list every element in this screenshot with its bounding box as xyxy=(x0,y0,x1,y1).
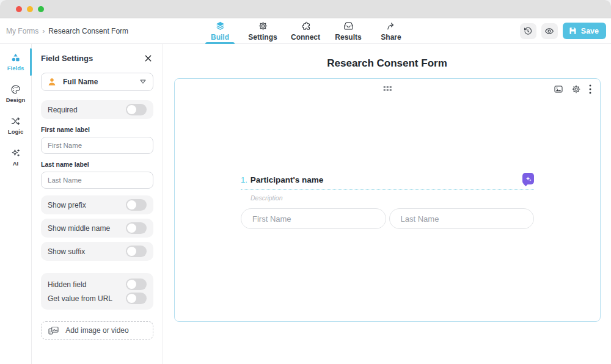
close-window-button[interactable] xyxy=(16,6,22,12)
required-toggle[interactable] xyxy=(126,104,147,115)
breadcrumb-separator: › xyxy=(42,27,45,35)
show-middle-name-toggle[interactable] xyxy=(126,222,147,234)
rail-item-label: Fields xyxy=(7,65,24,71)
first-name-label-caption: First name label xyxy=(41,126,153,133)
history-icon xyxy=(523,26,533,36)
tab-label: Connect xyxy=(291,33,320,42)
breadcrumb-current-form: Research Consent Form xyxy=(48,27,128,35)
image-video-icon xyxy=(48,325,59,337)
close-icon xyxy=(144,54,152,62)
rail-item-label: Logic xyxy=(8,128,23,135)
shuffle-icon xyxy=(10,116,21,126)
form-canvas: Research Consent Form 1. Participant's n… xyxy=(163,44,611,364)
form-field-card[interactable]: 1. Participant's name Description xyxy=(174,78,601,322)
sidebar-item-logic[interactable]: Logic xyxy=(0,114,31,137)
first-name-field[interactable] xyxy=(241,208,386,229)
question-label-row[interactable]: 1. Participant's name xyxy=(241,175,534,190)
last-name-label-input[interactable] xyxy=(41,172,153,189)
show-middle-name-row: Show middle name xyxy=(41,219,153,238)
show-suffix-label: Show suffix xyxy=(48,247,85,256)
hidden-field-label: Hidden field xyxy=(48,280,86,289)
header-actions: Save xyxy=(520,18,606,43)
main-tabs: Build Settings Connect Results Share xyxy=(203,18,408,43)
required-row: Required xyxy=(41,100,153,119)
hidden-field-group: Hidden field Get value from URL xyxy=(41,273,153,310)
window-titlebar xyxy=(0,0,611,18)
tab-label: Share xyxy=(381,33,401,42)
app-window: My Forms › Research Consent Form Build S… xyxy=(0,0,611,364)
sidebar-item-fields[interactable]: Fields xyxy=(0,50,31,74)
tab-label: Settings xyxy=(248,33,277,42)
preview-button[interactable] xyxy=(541,23,558,39)
add-image-or-video-button[interactable]: Add image or video xyxy=(41,321,153,340)
sparkles-icon xyxy=(10,148,21,158)
tab-settings[interactable]: Settings xyxy=(246,18,280,43)
tab-share[interactable]: Share xyxy=(374,18,408,43)
show-suffix-row: Show suffix xyxy=(41,242,153,261)
drag-handle[interactable] xyxy=(384,86,392,91)
question-description[interactable]: Description xyxy=(251,194,534,202)
show-prefix-row: Show prefix xyxy=(41,195,153,214)
eye-icon xyxy=(544,26,554,36)
ai-assistant-chip[interactable] xyxy=(522,173,534,184)
panel-title: Field Settings xyxy=(41,54,93,63)
first-name-label-input[interactable] xyxy=(41,137,153,154)
breadcrumb: My Forms › Research Consent Form xyxy=(6,18,128,43)
question-block: 1. Participant's name Description xyxy=(241,175,534,229)
get-value-from-url-toggle[interactable] xyxy=(126,293,147,304)
field-settings-panel: Field Settings Full Name Required First … xyxy=(32,44,163,364)
gear-icon[interactable] xyxy=(571,84,581,94)
get-value-from-url-label: Get value from URL xyxy=(48,294,112,303)
minimize-window-button[interactable] xyxy=(27,6,33,12)
required-label: Required xyxy=(48,106,78,114)
kebab-menu-icon[interactable] xyxy=(589,84,591,94)
get-value-from-url-row: Get value from URL xyxy=(48,291,147,305)
puzzle-icon xyxy=(301,21,311,31)
close-panel-button[interactable] xyxy=(142,53,153,64)
left-nav-rail: Fields Design Logic AI xyxy=(0,44,32,364)
question-number: 1. xyxy=(241,175,247,184)
tab-label: Build xyxy=(211,33,229,42)
app-header: My Forms › Research Consent Form Build S… xyxy=(0,18,611,44)
last-name-label-caption: Last name label xyxy=(41,161,153,168)
form-elements-icon xyxy=(10,53,21,63)
person-icon xyxy=(47,77,57,87)
show-suffix-toggle[interactable] xyxy=(126,246,147,257)
form-title[interactable]: Research Consent Form xyxy=(163,57,611,70)
show-middle-name-label: Show middle name xyxy=(48,224,110,233)
field-type-dropdown[interactable]: Full Name xyxy=(41,73,153,91)
inbox-icon xyxy=(343,21,354,31)
ai-sparkle-icon xyxy=(524,175,533,183)
show-prefix-label: Show prefix xyxy=(48,201,86,209)
question-label[interactable]: Participant's name xyxy=(251,175,324,184)
show-prefix-toggle[interactable] xyxy=(126,199,147,211)
tab-build[interactable]: Build xyxy=(203,18,237,43)
tab-connect[interactable]: Connect xyxy=(288,18,323,43)
tab-results[interactable]: Results xyxy=(331,18,365,43)
breadcrumb-my-forms[interactable]: My Forms xyxy=(6,27,38,35)
history-button[interactable] xyxy=(520,23,536,39)
field-type-label: Full Name xyxy=(63,78,98,86)
chevron-down-icon xyxy=(140,79,146,84)
sidebar-item-design[interactable]: Design xyxy=(0,82,31,106)
palette-icon xyxy=(10,84,21,95)
zoom-window-button[interactable] xyxy=(38,6,44,12)
rail-item-label: Design xyxy=(6,96,26,103)
share-arrow-icon xyxy=(386,21,397,31)
layers-icon xyxy=(215,21,225,31)
floppy-icon xyxy=(568,26,577,35)
add-media-label: Add image or video xyxy=(65,326,128,335)
image-icon[interactable] xyxy=(554,84,563,94)
sidebar-item-ai[interactable]: AI xyxy=(0,145,31,169)
tab-label: Results xyxy=(335,33,361,42)
rail-item-label: AI xyxy=(13,160,19,167)
hidden-field-row: Hidden field xyxy=(48,277,147,291)
hidden-field-toggle[interactable] xyxy=(126,278,147,290)
save-button[interactable]: Save xyxy=(563,23,606,39)
last-name-field[interactable] xyxy=(389,208,535,229)
gear-icon xyxy=(258,21,268,31)
save-button-label: Save xyxy=(581,27,599,35)
